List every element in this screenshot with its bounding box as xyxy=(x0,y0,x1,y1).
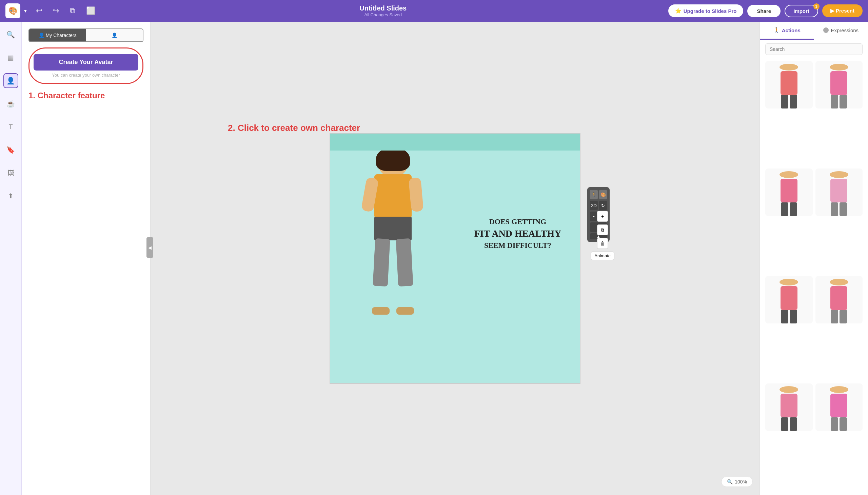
slide-text-area: DOES GETTING FIT AND HEALTHY SEEM DIFFIC… xyxy=(456,151,580,317)
zoom-icon: 🔍 xyxy=(727,479,733,484)
duplicate-button[interactable]: ⧉ xyxy=(67,5,78,17)
sidebar-search-icon[interactable]: 🔍 xyxy=(3,27,18,42)
upgrade-label: Upgrade to Slides Pro xyxy=(683,8,737,14)
right-panel-tabs: 🚶 Actions Expressions xyxy=(760,22,868,40)
toolbar-palette-icon[interactable]: 🎨 xyxy=(599,190,607,199)
star-icon: ⭐ xyxy=(675,8,682,14)
main-canvas-area: ▲ ▼ xyxy=(151,22,760,495)
tab-character-icon: 👤 xyxy=(39,33,45,38)
search-input[interactable] xyxy=(765,44,863,55)
sidebar-coffee-icon[interactable]: ☕ xyxy=(3,96,18,111)
character-card-2[interactable] xyxy=(815,61,863,108)
right-tab-actions[interactable]: 🚶 Actions xyxy=(760,22,814,40)
collapse-panel-button[interactable]: ◀ xyxy=(147,237,153,258)
search-box xyxy=(760,40,868,58)
sidebar-image-icon[interactable]: 🖼 xyxy=(3,166,18,181)
avatar-creation-section: Create Your Avatar You can create your o… xyxy=(29,48,143,84)
character-card-1[interactable] xyxy=(765,61,813,108)
slide-top-strip xyxy=(330,134,580,151)
panel-tabs: 👤 My Characters 👤 xyxy=(29,29,143,42)
create-avatar-button[interactable]: Create Your Avatar xyxy=(34,54,138,70)
characters-grid xyxy=(760,58,868,491)
character-shorts xyxy=(374,217,412,240)
character-card-3[interactable] xyxy=(765,169,813,216)
annotation-text: 2. Click to create own character xyxy=(228,123,360,133)
expressions-label: Expressions xyxy=(831,28,858,33)
toolbar-walk-icon[interactable]: 🚶 xyxy=(590,190,598,199)
toolbar-refresh-icon[interactable]: ↻ xyxy=(599,201,607,210)
slide-middle: DOES GETTING FIT AND HEALTHY SEEM DIFFIC… xyxy=(330,151,580,317)
sidebar-character-icon[interactable]: 👤 xyxy=(3,73,18,88)
app-title: Untitled Slides xyxy=(359,4,407,12)
character-feature-label: 1. Character feature xyxy=(29,91,143,100)
logo-area: 🎨 ▼ xyxy=(5,3,28,18)
character-left-leg xyxy=(373,238,390,287)
tab-all-icon: 👤 xyxy=(112,33,117,38)
character-card-4[interactable] xyxy=(815,169,863,216)
tab-my-characters-label: My Characters xyxy=(46,33,76,38)
copy-button[interactable]: ⧉ xyxy=(597,224,608,235)
slide-canvas: DOES GETTING FIT AND HEALTHY SEEM DIFFIC… xyxy=(329,133,580,384)
character-right-arm xyxy=(409,177,424,212)
toolbar-right: ⭐ Upgrade to Slides Pro Share Import 3 ▶… xyxy=(668,4,863,17)
import-badge: 3 xyxy=(813,3,819,10)
slide-text-line1: DOES GETTING xyxy=(489,217,546,227)
share-button[interactable]: Share xyxy=(747,5,781,17)
logo-chevron[interactable]: ▼ xyxy=(23,8,28,14)
right-panel: 🚶 Actions Expressions xyxy=(760,22,868,495)
zoom-level: 100% xyxy=(735,479,747,484)
app-logo[interactable]: 🎨 xyxy=(5,3,20,18)
upgrade-button[interactable]: ⭐ Upgrade to Slides Pro xyxy=(668,4,744,17)
sidebar-slides-icon[interactable]: ▦ xyxy=(3,50,18,65)
topbar: 🎨 ▼ ↩ ↪ ⧉ ⬜ Untitled Slides All Changes … xyxy=(0,0,868,22)
character-card-7[interactable] xyxy=(765,383,813,431)
panel-tab-my-characters[interactable]: 👤 My Characters xyxy=(29,29,86,41)
device-button[interactable]: ⬜ xyxy=(83,5,98,17)
left-panel: 👤 My Characters 👤 Create Your Avatar You… xyxy=(22,22,151,495)
right-tab-expressions[interactable]: Expressions xyxy=(814,22,868,40)
slide-side-controls: + ⧉ 🗑 Animate xyxy=(591,211,614,260)
delete-button[interactable]: 🗑 xyxy=(597,238,608,249)
toolbar-row-2: 3D ↻ xyxy=(590,201,607,210)
import-button[interactable]: Import 3 xyxy=(785,5,818,17)
add-button[interactable]: + xyxy=(597,211,608,222)
title-area: Untitled Slides All Changes Saved xyxy=(103,4,663,17)
toolbar-3d-icon[interactable]: 3D xyxy=(590,201,598,210)
actions-icon: 🚶 xyxy=(773,27,780,33)
slide-wrapper: ▲ ▼ xyxy=(329,133,580,384)
sidebar-text-icon[interactable]: T xyxy=(3,119,18,134)
animate-button[interactable]: Animate xyxy=(591,252,614,260)
character-hair xyxy=(376,151,410,171)
character-card-8[interactable] xyxy=(815,383,863,431)
slide-bottom-strip xyxy=(330,317,580,384)
undo-button[interactable]: ↩ xyxy=(33,5,45,17)
character-torso xyxy=(374,174,412,218)
slide-text-line3: SEEM DIFFICULT? xyxy=(484,240,551,251)
zoom-indicator: 🔍 100% xyxy=(721,477,753,487)
slide-character-area xyxy=(330,151,456,317)
character-right-leg xyxy=(396,238,413,287)
character-card-5[interactable] xyxy=(765,276,813,323)
annotation: 2. Click to create own character xyxy=(228,123,360,133)
sidebar-upload-icon[interactable]: ⬆ xyxy=(3,188,18,203)
present-button[interactable]: ▶ Present xyxy=(822,4,863,17)
panel-tab-all[interactable]: 👤 xyxy=(86,29,143,41)
character-card-6[interactable] xyxy=(815,276,863,323)
left-sidebar: 🔍 ▦ 👤 ☕ T 🔖 🖼 ⬆ xyxy=(0,22,22,495)
create-avatar-hint: You can create your own character xyxy=(34,72,138,78)
toolbar-row-1: 🚶 🎨 xyxy=(590,190,607,199)
app-subtitle: All Changes Saved xyxy=(364,12,402,17)
character-left-foot xyxy=(372,307,390,314)
sidebar-badge-icon[interactable]: 🔖 xyxy=(3,142,18,157)
character-figure xyxy=(359,151,427,317)
expressions-dot-icon xyxy=(823,28,829,33)
actions-label: Actions xyxy=(782,28,801,33)
redo-button[interactable]: ↪ xyxy=(50,5,62,17)
import-label: Import xyxy=(794,8,809,14)
slide-text-line2: FIT AND HEALTHY xyxy=(474,227,561,240)
character-right-foot xyxy=(396,307,414,314)
